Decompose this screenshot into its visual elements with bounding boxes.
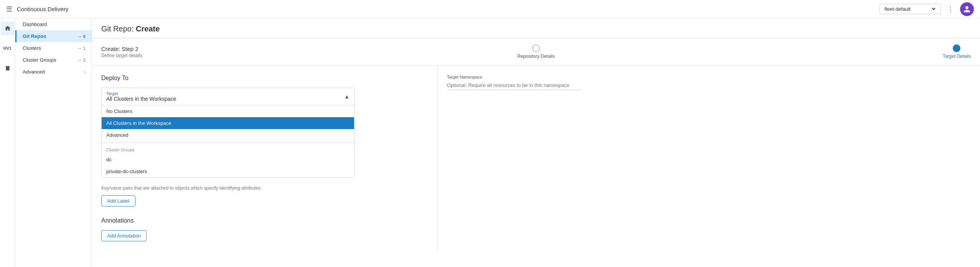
top-header: ☰ Continuous Delivery fleet-default ⋮ bbox=[0, 0, 980, 18]
stepper-left: Create: Step 2 Define target details bbox=[101, 46, 142, 58]
sidebar-item-dashboard[interactable]: Dashboard bbox=[15, 18, 92, 30]
cluster-groups-badge: ↔ 2 bbox=[78, 58, 86, 62]
home-icon[interactable] bbox=[1, 21, 15, 35]
target-dropdown-header[interactable]: Target All Clusters in the Workspace ▲ bbox=[102, 88, 354, 105]
sidebar-item-git-repos[interactable]: Git Repos ↔ 0 bbox=[15, 30, 92, 42]
step-circle-repo bbox=[532, 44, 540, 52]
add-label-button[interactable]: Add Label bbox=[101, 195, 135, 206]
option-no-clusters[interactable]: No Clusters bbox=[102, 105, 354, 117]
step-title: Create: Step 2 bbox=[101, 46, 142, 52]
git-repos-badge: ↔ 0 bbox=[78, 34, 86, 39]
dropdown-options: No Clusters All Clusters in the Workspac… bbox=[102, 105, 354, 177]
kebab-menu-icon[interactable]: ⋮ bbox=[947, 5, 954, 13]
hv-label[interactable]: HV1 bbox=[1, 41, 15, 55]
namespace-selector[interactable]: fleet-default bbox=[880, 4, 941, 14]
option-private-dc-clusters[interactable]: private-dc-clusters bbox=[102, 165, 354, 177]
target-namespace-label: Target Namespace bbox=[447, 75, 581, 79]
main-content: Git Repo: Create Create: Step 2 Define t… bbox=[92, 18, 980, 267]
right-panel: Target Namespace bbox=[437, 66, 591, 251]
clusters-badge: ↔ 1 bbox=[78, 46, 86, 51]
stepper-right: Target Details bbox=[943, 44, 971, 59]
content-row: Deploy To Target All Clusters in the Wor… bbox=[92, 66, 980, 251]
dropdown-field-label: Target bbox=[106, 91, 176, 96]
avatar[interactable] bbox=[960, 2, 974, 16]
cluster-groups-group-label: Cluster Groups bbox=[102, 144, 354, 154]
target-namespace-input[interactable] bbox=[447, 81, 581, 90]
chevron-right-icon: › bbox=[84, 69, 86, 75]
sidebar-item-cluster-groups[interactable]: Cluster Groups ↔ 2 bbox=[15, 54, 92, 66]
app-title: Continuous Delivery bbox=[17, 6, 875, 12]
option-advanced[interactable]: Advanced bbox=[102, 129, 354, 141]
option-all-clusters[interactable]: All Clusters in the Workspace bbox=[102, 117, 354, 129]
shirt-icon[interactable] bbox=[1, 61, 15, 75]
deploy-to-title: Deploy To bbox=[101, 75, 428, 82]
target-dropdown-container: Target All Clusters in the Workspace ▲ N… bbox=[101, 88, 354, 178]
dropdown-selected-value: All Clusters in the Workspace bbox=[106, 96, 176, 102]
left-panel: Deploy To Target All Clusters in the Wor… bbox=[92, 66, 437, 251]
stepper-bar: Create: Step 2 Define target details Rep… bbox=[92, 38, 980, 66]
step-circle-target bbox=[953, 44, 960, 52]
namespace-dropdown[interactable]: fleet-default bbox=[883, 6, 937, 12]
sidebar-left-icons: HV1 bbox=[0, 18, 15, 267]
chevron-up-icon: ▲ bbox=[344, 93, 349, 100]
add-annotation-button[interactable]: Add Annotation bbox=[101, 230, 147, 241]
sidebar-nav: Dashboard Git Repos ↔ 0 Clusters ↔ 1 Clu… bbox=[15, 18, 92, 267]
hamburger-icon[interactable]: ☰ bbox=[6, 5, 12, 13]
stepper-middle: Repository Details bbox=[517, 44, 555, 59]
sidebar-item-advanced[interactable]: Advanced › bbox=[15, 66, 92, 78]
page-header: Git Repo: Create bbox=[92, 18, 980, 38]
option-dc[interactable]: dc bbox=[102, 154, 354, 165]
step-label-target: Target Details bbox=[943, 54, 971, 59]
labels-description: Key/value pairs that are attached to obj… bbox=[101, 185, 354, 191]
sidebar-item-clusters[interactable]: Clusters ↔ 1 bbox=[15, 42, 92, 54]
option-divider bbox=[102, 143, 354, 143]
annotations-title: Annotations bbox=[101, 217, 428, 224]
step-subtitle: Define target details bbox=[101, 53, 142, 58]
page-title: Git Repo: Create bbox=[101, 25, 971, 33]
step-label-repo: Repository Details bbox=[517, 54, 555, 59]
full-layout: HV1 Dashboard Git Repos ↔ 0 Clusters ↔ 1… bbox=[0, 18, 980, 267]
form-area: Deploy To Target All Clusters in the Wor… bbox=[92, 66, 437, 251]
